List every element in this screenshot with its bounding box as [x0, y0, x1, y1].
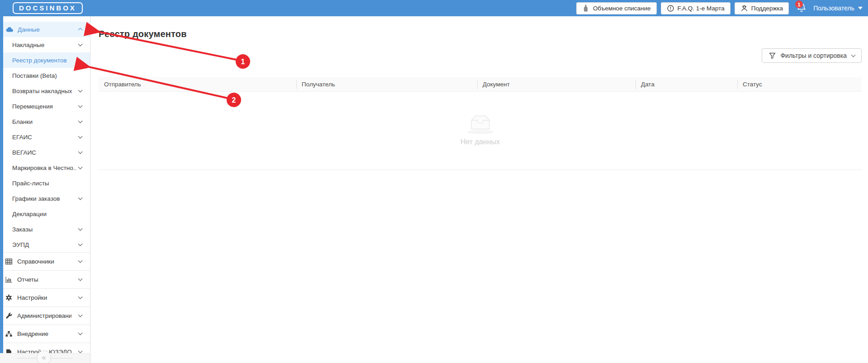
chevron-down-icon [78, 241, 83, 246]
chevron-down-icon [78, 118, 83, 123]
chevron-down-icon [78, 226, 83, 231]
column-header-date[interactable]: Дата [636, 77, 737, 91]
sidebar-section-spravochniki[interactable]: Справочники [0, 252, 90, 270]
user-caret-icon [858, 7, 863, 9]
support-button[interactable]: Поддержка [735, 2, 789, 14]
sidebar-group-data-label: Данные [18, 26, 72, 33]
user-label: Пользователь [813, 5, 854, 12]
page-title: Реестр документов [99, 29, 862, 39]
faq-button[interactable]: F.A.Q. 1-е Марта [661, 2, 730, 14]
document-icon [5, 348, 13, 353]
chevron-down-icon [78, 295, 83, 299]
filter-row: Фильтры и сортировка [99, 48, 862, 63]
notifications-bell[interactable]: 1 [797, 3, 807, 14]
chevron-down-icon [78, 195, 83, 200]
chevron-up-icon[interactable] [78, 28, 83, 33]
chevron-down-icon [851, 53, 856, 57]
table-body-empty-state: Нет данных [99, 92, 862, 170]
filters-sort-button[interactable]: Фильтры и сортировка [762, 48, 862, 63]
column-header-status[interactable]: Статус [737, 77, 862, 91]
sidebar-item-blanki[interactable]: Бланки [0, 114, 90, 129]
sidebar-scroll-area: Данные Накладные Реестр документов Поста… [0, 16, 90, 353]
sidebar-item-zakazy[interactable]: Заказы [0, 222, 90, 237]
sidebar-item-postavki-beta[interactable]: Поставки (Beta) [0, 68, 90, 83]
sidebar-item-markirovka[interactable]: Маркировка в Честно... [0, 160, 90, 175]
main-content: Реестр документов Фильтры и сортировка О… [90, 16, 868, 363]
bar-chart-icon [5, 276, 13, 283]
chevron-down-icon [78, 103, 83, 108]
wrench-icon [5, 312, 13, 320]
sidebar-item-prays-listy[interactable]: Прайс-листы [0, 175, 90, 191]
sidebar-section-nastroyki[interactable]: Настройки [0, 288, 90, 306]
sidebar-group-data[interactable]: Данные [0, 22, 90, 37]
chevron-down-icon [78, 165, 83, 169]
chevron-down-icon [78, 277, 83, 281]
sidebar-item-vozvraty-nakladnyh[interactable]: Возвраты накладных [0, 83, 90, 99]
table-icon [5, 258, 13, 265]
table-header-row: Отправитель Получатель Документ Дата Ста… [99, 77, 862, 92]
sidebar-item-deklaracii[interactable]: Декларации [0, 206, 90, 222]
chevron-down-icon [78, 42, 83, 46]
volume-writeoff-label: Объемное списание [593, 5, 651, 12]
funnel-icon [768, 52, 776, 60]
cloud-icon [6, 26, 14, 33]
documents-table: Отправитель Получатель Документ Дата Ста… [99, 77, 862, 170]
chevron-down-icon [78, 313, 83, 317]
chevron-down-icon [78, 149, 83, 154]
chevron-down-icon [78, 134, 83, 138]
filters-sort-label: Фильтры и сортировка [780, 52, 847, 59]
sidebar-item-eupd[interactable]: ЭУПД [0, 237, 90, 252]
bottle-icon [582, 5, 590, 12]
volume-writeoff-button[interactable]: Объемное списание [576, 2, 657, 14]
info-circle-icon [667, 5, 674, 12]
sidebar-section-vnedrenie[interactable]: Внедрение [0, 325, 90, 343]
sidebar: Данные Накладные Реестр документов Поста… [0, 16, 90, 363]
sidebar-item-peremescheniya[interactable]: Перемещения [0, 99, 90, 114]
chevron-down-icon [78, 331, 83, 335]
sidebar-item-grafiki-zakazov[interactable]: Графики заказов [0, 191, 90, 206]
support-headset-icon [740, 5, 748, 12]
sidebar-item-nakladnye[interactable]: Накладные [0, 37, 90, 52]
sitemap-icon [5, 330, 13, 338]
faq-label: F.A.Q. 1-е Марта [678, 5, 725, 12]
sidebar-footer: « [0, 353, 90, 363]
top-header: DOCSINBOX Объемное списание F.A.Q. 1-е М… [0, 0, 868, 16]
chevron-down-icon [78, 349, 83, 353]
gear-icon [5, 294, 13, 302]
sidebar-item-reestr-dokumentov[interactable]: Реестр документов [0, 52, 90, 68]
sidebar-collapse-button[interactable]: « [37, 350, 51, 363]
notification-badge: 1 [795, 0, 803, 8]
chevron-down-icon [78, 259, 83, 263]
sidebar-item-egais[interactable]: ЕГАИС [0, 129, 90, 145]
app-logo[interactable]: DOCSINBOX [13, 2, 83, 14]
support-label: Поддержка [751, 5, 783, 12]
sidebar-item-vegais[interactable]: ВЕГАИС [0, 145, 90, 160]
sidebar-section-otchety[interactable]: Отчеты [0, 270, 90, 288]
chevron-down-icon [78, 88, 83, 92]
column-header-document[interactable]: Документ [477, 77, 636, 91]
column-header-recipient[interactable]: Получатель [296, 77, 477, 91]
empty-inbox-icon [465, 115, 495, 134]
column-header-sender[interactable]: Отправитель [99, 77, 296, 91]
user-menu[interactable]: Пользователь [813, 5, 863, 12]
empty-state-text: Нет данных [460, 138, 500, 146]
sidebar-section-administrirovanie[interactable]: Администрирование [0, 306, 90, 325]
